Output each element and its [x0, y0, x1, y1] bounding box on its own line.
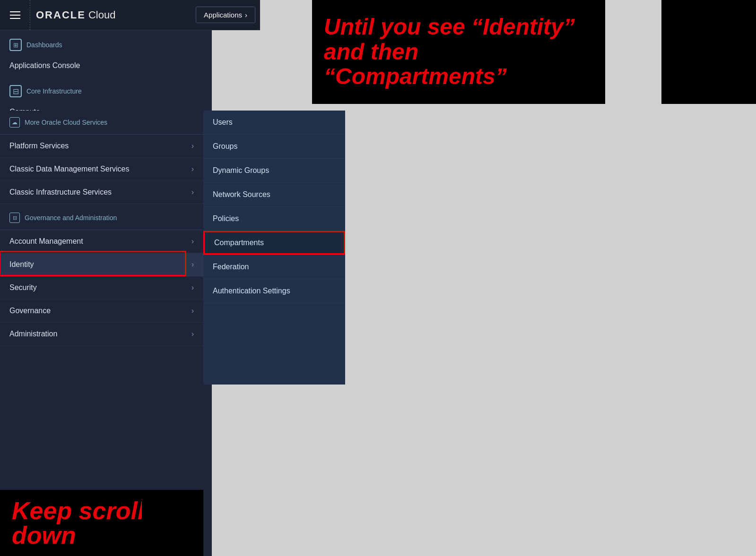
account-management-label: Account Management [9, 237, 83, 246]
users-label: Users [213, 118, 233, 127]
sidebar-section-dashboards: ⊞ Dashboards [0, 30, 212, 55]
identity-chevron: › [191, 260, 194, 269]
cloud-wordmark: Cloud [88, 9, 115, 21]
annotation-line1: Until you see “Identity” [324, 14, 575, 39]
oracle-logo: ORACLE Cloud [36, 9, 115, 21]
applications-console-label: Applications Console [9, 61, 80, 70]
dashboards-icon: ⊞ [9, 39, 22, 51]
core-infra-label: Core Infrastructure [26, 87, 82, 95]
dropdown-classic-infra[interactable]: Classic Infrastructure Services › [0, 181, 203, 204]
classic-infra-label: Classic Infrastructure Services [9, 188, 112, 197]
platform-services-label: Platform Services [9, 142, 69, 150]
more-oracle-services-header: ☁ More Oracle Cloud Services [0, 111, 203, 135]
oracle-wordmark: ORACLE [36, 9, 86, 21]
sub-policies[interactable]: Policies [203, 207, 345, 231]
dropdown-governance[interactable]: Governance › [0, 299, 203, 323]
sub-federation[interactable]: Federation [203, 255, 345, 279]
dropdown-container: ☁ More Oracle Cloud Services Platform Se… [0, 111, 345, 385]
more-oracle-services-label: More Oracle Cloud Services [25, 119, 107, 126]
dropdown-main: ☁ More Oracle Cloud Services Platform Se… [0, 111, 203, 385]
dropdown-classic-data[interactable]: Classic Data Management Services › [0, 158, 203, 181]
network-sources-label: Network Sources [213, 190, 270, 199]
compartments-label: Compartments [214, 239, 264, 247]
dropdown-identity[interactable]: Identity › [0, 253, 203, 276]
security-chevron: › [191, 283, 194, 292]
governance-admin-header: ⊟ Governance and Administration [0, 206, 203, 230]
sub-network-sources[interactable]: Network Sources [203, 183, 345, 207]
groups-label: Groups [213, 142, 237, 151]
sub-compartments[interactable]: Compartments [203, 231, 345, 255]
dropdown-platform-services[interactable]: Platform Services › [0, 135, 203, 158]
dropdown-sub-identity: Users Groups Dynamic Groups Network Sour… [203, 111, 345, 385]
bottom-line2: down [12, 522, 76, 549]
annotation-line2: and then [324, 39, 418, 64]
sub-dynamic-groups[interactable]: Dynamic Groups [203, 159, 345, 183]
governance-label: Governance [9, 307, 51, 315]
sub-auth-settings[interactable]: Authentication Settings [203, 279, 345, 303]
black-box-right [661, 0, 756, 104]
identity-label: Identity [9, 260, 34, 269]
sidebar-item-applications-console[interactable]: Applications Console [0, 55, 212, 77]
top-nav: ORACLE Cloud Applications › [0, 0, 260, 30]
security-label: Security [9, 283, 37, 292]
auth-settings-label: Authentication Settings [213, 287, 290, 295]
sub-groups[interactable]: Groups [203, 135, 345, 159]
applications-chevron: › [245, 11, 247, 19]
policies-label: Policies [213, 214, 239, 223]
hamburger-line-3 [10, 18, 20, 19]
applications-label: Applications [204, 11, 242, 19]
classic-data-label: Classic Data Management Services [9, 165, 129, 173]
classic-infra-chevron: › [191, 188, 194, 197]
annotation-line3: “Compartments” [324, 64, 507, 89]
core-infra-icon: ⊟ [9, 85, 22, 97]
account-mgmt-chevron: › [191, 237, 194, 246]
governance-icon: ⊟ [9, 213, 20, 223]
hamburger-line-1 [10, 11, 20, 12]
hamburger-button[interactable] [0, 0, 30, 30]
dropdown-administration[interactable]: Administration › [0, 323, 203, 346]
hamburger-line-2 [10, 15, 20, 16]
classic-data-chevron: › [191, 165, 194, 173]
dashboards-label: Dashboards [26, 41, 62, 49]
governance-admin-label: Governance and Administration [25, 214, 117, 222]
platform-services-chevron: › [191, 142, 194, 150]
administration-chevron: › [191, 330, 194, 338]
dropdown-account-management[interactable]: Account Management › [0, 230, 203, 253]
governance-chevron: › [191, 307, 194, 315]
cloud-services-icon: ☁ [9, 117, 20, 128]
sub-users[interactable]: Users [203, 111, 345, 135]
sidebar-section-core-infra: ⊟ Core Infrastructure [0, 77, 212, 101]
annotation-top-right: Until you see “Identity” and then “Compa… [312, 0, 605, 104]
applications-button[interactable]: Applications › [196, 7, 255, 23]
annotation-top-right-text: Until you see “Identity” and then “Compa… [324, 15, 575, 89]
administration-label: Administration [9, 330, 57, 338]
federation-label: Federation [213, 263, 249, 271]
dynamic-groups-label: Dynamic Groups [213, 166, 269, 175]
dropdown-security[interactable]: Security › [0, 276, 203, 299]
bottom-black-box-right [142, 490, 203, 556]
